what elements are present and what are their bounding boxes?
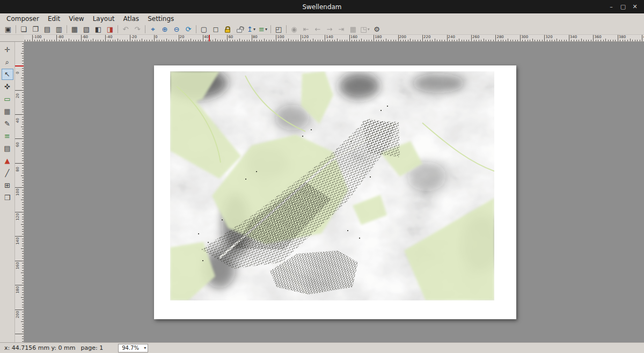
menu-view[interactable]: View <box>64 14 88 24</box>
print-button[interactable]: ▦ <box>69 24 80 34</box>
zoom-tool[interactable]: ⌕ <box>2 56 13 68</box>
minimize-button[interactable]: – <box>605 3 617 10</box>
menu-atlas[interactable]: Atlas <box>119 14 143 24</box>
ruler-tick <box>235 40 235 41</box>
new-composer-button[interactable]: ❏ <box>18 24 30 34</box>
ruler-tick <box>610 40 611 41</box>
ruler-tick <box>22 153 24 154</box>
atlas-last-feature-button[interactable]: ⇥ <box>335 24 347 34</box>
add-shape-tool[interactable]: ▲ <box>2 155 13 166</box>
undo-button[interactable]: ↶ <box>120 24 131 34</box>
ruler-tick <box>22 146 24 146</box>
add-label-tool[interactable]: ✎ <box>2 118 13 129</box>
ruler-tick <box>108 40 108 41</box>
atlas-previous-feature-button[interactable]: ← <box>312 24 324 34</box>
atlas-next-feature-button[interactable]: → <box>324 24 335 34</box>
group-items-button[interactable]: ◰ <box>273 24 284 34</box>
maximize-button[interactable]: ▢ <box>617 3 629 10</box>
ruler-tick <box>71 40 71 41</box>
print-atlas-button[interactable]: ▦ <box>347 24 359 34</box>
ruler-label: 60 <box>16 142 20 147</box>
ruler-tick <box>630 39 631 41</box>
map-item[interactable] <box>170 71 494 300</box>
ruler-tick <box>184 40 184 41</box>
ruler-tick <box>230 40 230 41</box>
add-arrow-tool[interactable]: ╱ <box>2 167 13 179</box>
zoom-to-selection-button[interactable]: ◻ <box>210 24 222 34</box>
pan-tool[interactable]: ✛ <box>2 44 13 55</box>
ruler-tick <box>435 39 435 41</box>
save-as-template-button[interactable]: ▤ <box>41 24 53 34</box>
export-as-image-icon: ▧ <box>83 26 90 33</box>
group-items-icon: ◰ <box>275 26 282 33</box>
atlas-first-feature-button[interactable]: ⇤ <box>300 24 312 34</box>
menu-settings[interactable]: Settings <box>143 14 178 24</box>
export-as-image-button[interactable]: ▧ <box>80 24 92 34</box>
ruler-tick <box>188 40 189 41</box>
redo-button[interactable]: ↷ <box>131 24 143 34</box>
select-move-item-tool[interactable]: ↖ <box>2 69 13 80</box>
zoom-level-select[interactable]: 94.7% ▾ <box>118 344 148 352</box>
zoom-in-button[interactable]: ⊕ <box>159 24 171 34</box>
ruler-tick <box>415 40 415 41</box>
ruler-tick <box>364 40 364 41</box>
menu-composer[interactable]: Composer <box>2 14 43 24</box>
toolbar-separator <box>286 25 287 33</box>
ruler-tick <box>618 35 618 41</box>
ruler-tick <box>320 40 320 41</box>
save-project-button[interactable]: ▣ <box>2 24 14 34</box>
ruler-label: 40 <box>204 35 209 39</box>
ruler-tick <box>22 185 24 186</box>
ruler-tick <box>15 310 24 310</box>
ruler-label: 100 <box>16 189 20 196</box>
toolbar-separator <box>270 25 271 33</box>
zoom-full-button[interactable]: ⌖ <box>147 24 159 34</box>
ruler-tick <box>542 40 543 41</box>
ruler-tick <box>22 275 24 276</box>
unlock-all-items-button[interactable] <box>233 24 245 34</box>
ruler-tick <box>22 131 24 132</box>
ruler-tick <box>22 234 24 234</box>
ruler-tick <box>22 336 24 337</box>
export-as-svg-button[interactable]: ◧ <box>92 24 104 34</box>
menu-layout[interactable]: Layout <box>89 14 119 24</box>
add-scalebar-tool[interactable]: ▤ <box>2 143 13 154</box>
ruler-tick <box>484 39 484 41</box>
zoom-out-button[interactable]: ⊖ <box>171 24 182 34</box>
add-items-from-template-button[interactable]: ▥ <box>53 24 65 34</box>
ruler-tick <box>520 35 521 41</box>
ruler-tick <box>176 40 177 41</box>
composition-page[interactable] <box>154 65 516 319</box>
ruler-tick <box>583 40 584 41</box>
export-atlas-button[interactable]: ◳▾ <box>359 24 371 34</box>
ruler-tick <box>88 40 89 41</box>
ruler-tick <box>437 40 437 41</box>
ruler-tick <box>471 35 472 41</box>
export-as-pdf-button[interactable]: ◨ <box>104 24 116 34</box>
ruler-tick <box>425 40 426 41</box>
lock-selected-items-button[interactable] <box>222 24 233 34</box>
atlas-settings-button[interactable]: ⚙ <box>371 24 383 34</box>
add-new-map-tool[interactable]: ▭ <box>2 93 13 105</box>
add-attribute-table-tool[interactable]: ⊞ <box>2 180 13 191</box>
ruler-tick <box>517 40 518 41</box>
move-item-content-tool[interactable]: ✜ <box>2 81 13 92</box>
add-image-tool[interactable]: ▦ <box>2 106 13 117</box>
duplicate-composer-button[interactable]: ❐ <box>30 24 41 34</box>
ruler-tick <box>22 278 24 278</box>
ruler-tick <box>261 40 262 41</box>
preview-atlas-button[interactable]: ◉ <box>288 24 300 34</box>
raise-selected-items-button[interactable]: ↥▾ <box>245 24 257 34</box>
composer-workspace[interactable] <box>24 42 644 342</box>
ruler-tick <box>400 40 401 41</box>
menu-edit[interactable]: Edit <box>43 14 64 24</box>
close-button[interactable]: ✕ <box>629 3 641 10</box>
refresh-view-button[interactable]: ⟳ <box>182 24 194 34</box>
ruler-tick <box>103 40 104 41</box>
add-html-frame-tool[interactable]: ❒ <box>2 192 13 203</box>
add-legend-tool[interactable]: ≡ <box>2 130 13 142</box>
ruler-tick <box>388 40 389 41</box>
zoom-to-100-button[interactable]: ▢ <box>198 24 210 34</box>
align-selected-items-button[interactable]: ≡▾ <box>257 24 269 34</box>
ruler-tick <box>142 39 142 41</box>
